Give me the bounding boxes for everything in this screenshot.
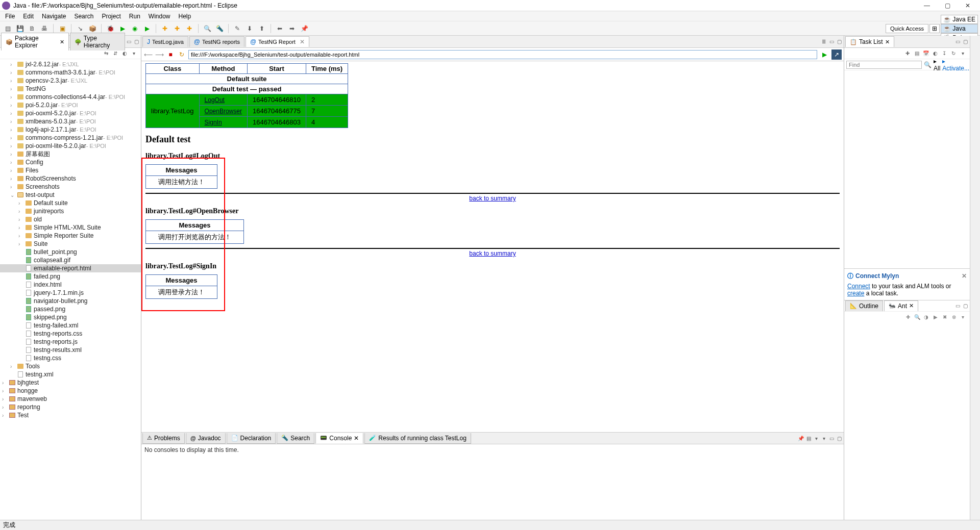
tree-item[interactable]: ›commons-collections4-4.4.jar - E:\POI — [0, 93, 141, 101]
minimize-button[interactable]: — — [917, 0, 937, 11]
outline-tab[interactable]: 📐 Outline — [845, 300, 883, 311]
minimize-editor-icon[interactable]: ▭ — [828, 38, 835, 45]
search-buildfile-icon[interactable]: 🔍 — [913, 313, 921, 321]
open-type-icon[interactable]: 🔍 — [203, 24, 212, 33]
tree-item[interactable]: ›junitreports — [0, 207, 141, 215]
type-hierarchy-tab[interactable]: 🌳 Type Hierarchy — [70, 33, 125, 51]
open-console-icon[interactable]: ▾ — [813, 435, 820, 442]
new-class-icon[interactable]: ✚ — [160, 24, 169, 33]
pin-icon[interactable]: 📌 — [300, 24, 309, 33]
tree-item[interactable]: collapseall.gif — [0, 256, 141, 264]
focus-icon[interactable]: ◐ — [931, 49, 939, 58]
minimize-ant-icon[interactable]: ▭ — [954, 302, 961, 309]
display-console-icon[interactable]: ▤ — [805, 435, 812, 442]
remove-all-icon[interactable]: ⊗ — [950, 313, 958, 321]
tree-item[interactable]: ›poi-ooxml-5.2.0.jar - E:\POI — [0, 109, 141, 117]
tree-item[interactable]: bullet_point.png — [0, 248, 141, 256]
save-all-icon[interactable]: 🗎 — [28, 24, 37, 33]
tree-item[interactable]: ›poi-ooxml-lite-5.2.0.jar - E:\POI — [0, 142, 141, 150]
browser-ext-icon[interactable]: ↗ — [831, 49, 842, 60]
method-link[interactable]: OpenBrowser — [205, 108, 242, 115]
ant-tab[interactable]: 🐜 Ant ✕ — [884, 300, 918, 311]
problems-tab[interactable]: ⚠ Problems — [142, 433, 185, 444]
coverage-icon[interactable]: ◉ — [130, 24, 139, 33]
task-find-input[interactable] — [846, 61, 922, 69]
tree-item[interactable]: ›commons-compress-1.21.jar - E:\POI — [0, 134, 141, 142]
tree-item[interactable]: testng-reports.js — [0, 338, 141, 346]
tree-item[interactable]: skipped.png — [0, 313, 141, 321]
editor-tab[interactable]: @ TestNG Report ✕ — [246, 36, 309, 47]
tree-item[interactable]: ›xmlbeans-5.0.3.jar - E:\POI — [0, 117, 141, 125]
browser-refresh-icon[interactable]: ↻ — [177, 50, 186, 59]
maximize-ant-icon[interactable]: ▢ — [962, 302, 969, 309]
open-perspective-icon[interactable]: ⊞ — [929, 24, 940, 33]
editor-tab[interactable]: J TestLog.java — [142, 36, 188, 47]
menu-window[interactable]: Window — [145, 12, 174, 21]
tree-item[interactable]: emailable-report.html — [0, 264, 141, 272]
next-ann-icon[interactable]: ⬇ — [245, 24, 254, 33]
minimize-tasklist-icon[interactable]: ▭ — [954, 38, 961, 45]
add-buildfile-icon[interactable]: ✚ — [904, 313, 912, 321]
editors-list-icon[interactable]: ≣ — [820, 38, 827, 45]
remove-icon[interactable]: ✖ — [941, 313, 948, 321]
tree-item[interactable]: ›opencsv-2.3.jar - E:\JXL — [0, 77, 141, 85]
javadoc-tab[interactable]: @ Javadoc — [186, 433, 226, 444]
menu-search[interactable]: Search — [71, 12, 96, 21]
browser-stop-icon[interactable]: ■ — [166, 50, 175, 59]
maximize-console-icon[interactable]: ▢ — [836, 435, 843, 442]
create-link[interactable]: create — [847, 290, 864, 297]
menu-project[interactable]: Project — [99, 12, 124, 21]
tree-item[interactable]: ›RobotScreenshots — [0, 174, 141, 183]
tree-item[interactable]: ›log4j-api-2.17.1.jar - E:\POI — [0, 125, 141, 134]
task-list-tab[interactable]: 📋 Task List ✕ — [845, 36, 894, 47]
minimize-console-icon[interactable]: ▭ — [828, 435, 835, 442]
tree-item[interactable]: jquery-1.7.1.min.js — [0, 289, 141, 297]
minimize-view-icon[interactable]: ▭ — [125, 38, 132, 45]
tree-item[interactable]: ›Default suite — [0, 199, 141, 207]
maximize-tasklist-icon[interactable]: ▢ — [962, 38, 969, 45]
tree-item[interactable]: navigator-bullet.png — [0, 297, 141, 305]
tree-item[interactable]: ›Tools — [0, 362, 141, 370]
editor-tab[interactable]: @ TestNG reports — [189, 36, 244, 47]
quick-access[interactable]: Quick Access — [886, 24, 928, 33]
new-console-icon[interactable]: ▾ — [820, 435, 827, 442]
tree-item[interactable]: index.html — [0, 281, 141, 289]
browser-go-icon[interactable]: ▶ — [819, 49, 829, 60]
console-tab[interactable]: 📟 Console ✕ — [315, 433, 363, 444]
tree-item[interactable]: ›屏幕截图 — [0, 150, 141, 158]
toggle-mark-icon[interactable]: ✎ — [233, 24, 242, 33]
new-pkg-icon[interactable]: 📦 — [88, 24, 97, 33]
tree-item[interactable]: ›reportng — [0, 403, 141, 411]
debug-icon[interactable]: 🐞 — [106, 24, 115, 33]
new-icon[interactable]: ▤ — [3, 24, 12, 33]
menu-file[interactable]: File — [2, 12, 18, 21]
tree-item[interactable]: ›Files — [0, 166, 141, 174]
tree-item[interactable]: ›jxl-2.6.12.jar - E:\JXL — [0, 60, 141, 68]
tree-item[interactable]: ›TestNG — [0, 85, 141, 93]
maximize-editor-icon[interactable]: ▢ — [836, 38, 843, 45]
tree-item[interactable]: ›old — [0, 215, 141, 223]
new-folder-icon[interactable]: ✚ — [185, 24, 194, 33]
browser-url-input[interactable] — [188, 50, 817, 59]
tree-item[interactable]: ›Suite — [0, 240, 141, 248]
results-tab[interactable]: 🧪 Results of running class TestLog — [364, 433, 471, 444]
tree-item[interactable]: ›mavenweb — [0, 395, 141, 403]
tree-item[interactable]: testng.xml — [0, 370, 141, 378]
tree-item[interactable]: failed.png — [0, 272, 141, 281]
new-package-icon[interactable]: ✚ — [173, 24, 182, 33]
tree-item[interactable]: ›poi-5.2.0.jar - E:\POI — [0, 101, 141, 109]
tree-item[interactable]: ›hongge — [0, 387, 141, 395]
tree-item[interactable]: ›Simple HTML-XML Suite — [0, 223, 141, 232]
search-tab[interactable]: 🔦 Search — [277, 433, 314, 444]
package-explorer-tab[interactable]: 📦 Package Explorer ✕ — [1, 33, 69, 51]
prev-ann-icon[interactable]: ⬆ — [257, 24, 266, 33]
package-tree[interactable]: ›jxl-2.6.12.jar - E:\JXL›commons-math3-3… — [0, 59, 141, 520]
save-icon[interactable]: 💾 — [15, 24, 24, 33]
tree-item[interactable]: ›commons-math3-3.6.1.jar - E:\POI — [0, 68, 141, 77]
tree-item[interactable]: passed.png — [0, 305, 141, 313]
perspective-java-ee[interactable]: ☕ Java EE — [941, 15, 978, 24]
menu-edit[interactable]: Edit — [20, 12, 37, 21]
build-icon[interactable]: ▣ — [58, 24, 67, 33]
task-menu-icon[interactable]: ▾ — [959, 49, 967, 58]
run-icon[interactable]: ▶ — [118, 24, 127, 33]
